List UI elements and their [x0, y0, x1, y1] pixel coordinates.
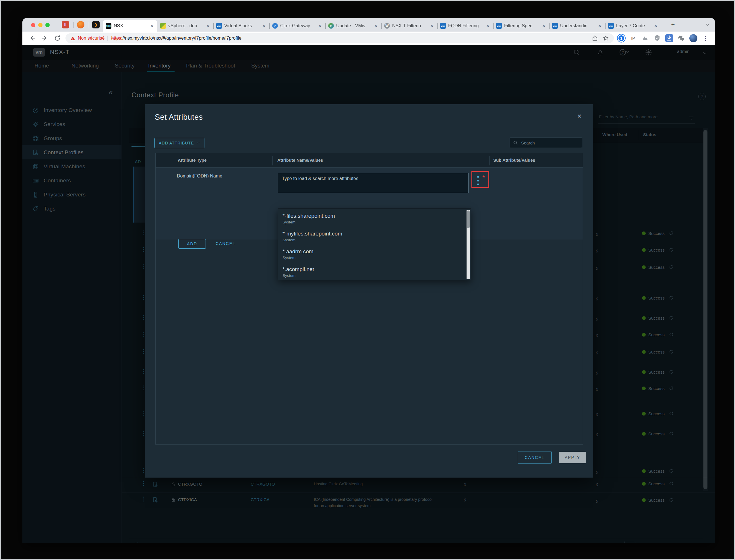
forward-icon[interactable]: [41, 34, 49, 42]
add-attribute-button[interactable]: ADD ATTRIBUTE: [155, 138, 205, 148]
dialog-cancel-button[interactable]: CANCEL: [518, 451, 551, 464]
col-separator: [489, 156, 489, 165]
set-attributes-dialog: Set Attributes × ADD ATTRIBUTE Attribute…: [145, 104, 593, 478]
tab-close-icon[interactable]: ×: [205, 23, 211, 29]
address-divider: [107, 36, 108, 41]
url-scheme: https: [111, 36, 121, 40]
dialog-search-input[interactable]: [520, 140, 579, 146]
suggestion-name: *-myfiles.sharepoint.com: [283, 229, 462, 237]
tab-close-icon[interactable]: ×: [373, 23, 378, 29]
vsphere-favicon: [160, 23, 166, 29]
wordpress-favicon: W: [384, 23, 390, 29]
tab-close-icon[interactable]: ×: [485, 23, 490, 29]
window-zoom-button[interactable]: [45, 23, 50, 27]
tab-close-icon[interactable]: ×: [541, 23, 546, 29]
tab-layer-7-conte[interactable]: vmwLayer 7 Conte×: [605, 20, 661, 32]
col-separator: [273, 156, 273, 165]
tab-separator: [437, 23, 437, 29]
tab-separator: [381, 23, 381, 29]
prompt-icon[interactable]: ❯: [92, 21, 100, 28]
shield-check-extension-icon[interactable]: [653, 34, 661, 42]
tab-separator: [325, 23, 326, 29]
tab-close-icon[interactable]: ×: [317, 23, 323, 29]
tab-title: Update - VMw: [336, 23, 371, 28]
tab-close-icon[interactable]: ×: [653, 23, 658, 29]
window-close-button[interactable]: [31, 23, 35, 27]
suggestion-item[interactable]: *.aadrm.comSystem: [278, 247, 462, 264]
suggestion-item[interactable]: *.acompli.netSystem: [278, 264, 462, 282]
add-attribute-label: ADD ATTRIBUTE: [159, 141, 194, 145]
tab-strip: ⠿❯ NSXNSX×vSphere - deb×vmwVirtual Block…: [22, 18, 715, 32]
bookmark-star-icon[interactable]: [602, 35, 609, 42]
tab-close-icon[interactable]: ×: [429, 23, 434, 29]
dialog-search-field[interactable]: [510, 138, 582, 148]
tab-citrix-gateway[interactable]: Citrix Gateway×: [269, 20, 325, 32]
window-minimize-button[interactable]: [38, 23, 43, 27]
suggestion-name: *.aadrm.com: [283, 247, 462, 255]
chevron-down-icon: [196, 141, 200, 145]
pinned-tab-separator: [89, 22, 89, 28]
attribute-value-input[interactable]: [278, 173, 468, 184]
suggestion-source: System: [283, 219, 462, 224]
citrix-favicon: [272, 23, 278, 29]
tab-understandin[interactable]: vmwUnderstandin×: [549, 20, 605, 32]
attributes-table: Attribute Type Attribute Name/Values Sub…: [155, 153, 583, 445]
tab-close-icon[interactable]: ×: [597, 23, 602, 29]
col-sub-attribute-values: Sub Attribute/Values: [493, 158, 535, 163]
tab-separator: [269, 23, 270, 29]
suggestion-name: *.acompli.net: [283, 264, 462, 273]
tab-close-icon[interactable]: ×: [149, 23, 155, 29]
tab-title: NSX: [114, 23, 147, 28]
dialog-close-icon[interactable]: ×: [575, 112, 584, 120]
profile-avatar[interactable]: [689, 34, 697, 42]
back-icon[interactable]: [28, 34, 36, 42]
tab-separator: [549, 23, 549, 29]
dropdown-scrollbar-thumb[interactable]: [467, 211, 470, 228]
tab-fqdn-filtering[interactable]: vmwFQDN Filtering×: [437, 20, 493, 32]
vpn-extension-icon[interactable]: [641, 34, 649, 42]
tab-nsx[interactable]: NSXNSX×: [103, 20, 157, 32]
attribute-value-combobox[interactable]: [278, 173, 468, 193]
add-button[interactable]: ADD: [178, 239, 206, 249]
suggestion-source: System: [283, 255, 462, 260]
update-favicon: [328, 23, 334, 29]
ip-lookup-extension-icon[interactable]: IP: [629, 34, 637, 42]
attribute-row: Domain(FQDN) Name * ADD CANCEL *-files.s…: [156, 168, 583, 240]
tab-nsx-t-filterin[interactable]: WNSX-T Filterin×: [381, 20, 437, 32]
url-rest: ://nsx.myvlab.io/nsx/#/app/inventory/l7p…: [121, 36, 242, 40]
new-tab-button[interactable]: +: [669, 21, 677, 29]
tab-close-icon[interactable]: ×: [261, 23, 267, 29]
tab-filtering-spec[interactable]: vmwFiltering Spec×: [493, 20, 549, 32]
tab-virtual-blocks[interactable]: vmwVirtual Blocks×: [213, 20, 269, 32]
dropdown-scrollbar[interactable]: [466, 210, 470, 279]
tab-search-chevron-icon[interactable]: [705, 22, 711, 28]
attribute-suggestions-dropdown: *-files.sharepoint.comSystem*-myfiles.sh…: [278, 208, 471, 280]
tab-title: Citrix Gateway: [280, 23, 315, 28]
address-bar[interactable]: Non sécurisé https://nsx.myvlab.io/nsx/#…: [65, 33, 614, 43]
onepassword-extension-icon[interactable]: 1: [618, 34, 625, 42]
annotation-highlight-box: [471, 171, 489, 188]
dialog-apply-button[interactable]: APPLY: [559, 452, 586, 463]
browser-menu-kebab-icon[interactable]: ⋮: [701, 34, 709, 42]
dialog-title: Set Attributes: [155, 113, 203, 122]
download-extension-icon[interactable]: [665, 34, 673, 42]
tab-title: Understandin: [560, 23, 595, 28]
vmware-favicon: vmw: [216, 23, 222, 29]
vmware-favicon: vmw: [496, 23, 502, 29]
tab-title: Virtual Blocks: [224, 23, 259, 28]
tab-vsphere-deb[interactable]: vSphere - deb×: [157, 20, 213, 32]
share-icon[interactable]: [591, 35, 598, 42]
tab-update-vmw[interactable]: Update - VMw×: [325, 20, 381, 32]
extensions-puzzle-icon[interactable]: [677, 34, 685, 42]
grafana-icon[interactable]: [77, 21, 84, 28]
red-grid-icon[interactable]: ⠿: [62, 21, 69, 28]
suggestion-item[interactable]: *-files.sharepoint.comSystem: [278, 211, 462, 229]
vmware-favicon: vmw: [552, 23, 558, 29]
tab-title: Filtering Spec: [504, 23, 539, 28]
suggestion-item[interactable]: *-myfiles.sharepoint.comSystem: [278, 229, 462, 247]
col-attribute-type: Attribute Type: [178, 158, 207, 163]
tab-separator: [213, 23, 214, 29]
reload-icon[interactable]: [54, 34, 61, 42]
search-icon: [513, 140, 518, 145]
cancel-link[interactable]: CANCEL: [216, 241, 236, 246]
